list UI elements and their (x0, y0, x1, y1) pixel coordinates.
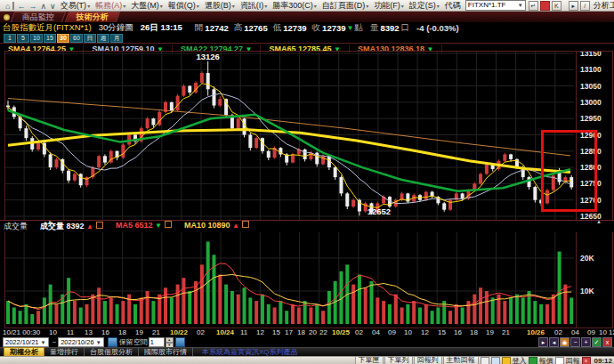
analysis-tools-menu[interactable]: 分析工具(L)▾ (591, 0, 614, 12)
symbol-name[interactable]: 台股指數近月(FITXN*1) (3, 22, 92, 34)
lock-icon[interactable] (502, 357, 511, 364)
prev-icon[interactable]: ◂ (549, 337, 559, 347)
legend-checkbox[interactable] (242, 221, 249, 228)
drawn-highlight-box[interactable] (541, 130, 597, 212)
report-label[interactable]: 回報 (566, 356, 580, 364)
timeframe-button-5[interactable]: 5 (17, 34, 29, 43)
timeframe-button-15[interactable]: 15 (44, 34, 56, 43)
pane-resize-marker[interactable]: ▲ (596, 219, 602, 224)
candle (24, 128, 28, 138)
menu-item[interactable]: 選股(B)▾ (202, 0, 238, 12)
home-icon[interactable]: ⌂ (4, 2, 11, 10)
page-tab-bar: 商品監控技術分析 (0, 12, 614, 22)
volume-bar (515, 295, 519, 324)
statusbar-button-下單匣[interactable]: 下單匣 (355, 356, 384, 364)
menu-item[interactable]: 功能(F)▾ (371, 0, 407, 12)
window-icon[interactable] (491, 357, 500, 364)
timeframe-button-週[interactable]: 週 (97, 34, 109, 43)
back-icon[interactable]: ← (16, 2, 26, 10)
timeframe-button-10[interactable]: 10 (30, 34, 43, 43)
login-label[interactable]: 登入 (513, 356, 527, 364)
timeframe-button-日[interactable]: 日 (84, 34, 96, 43)
time-tick: 10/25 (332, 328, 350, 336)
volume-bar (254, 301, 258, 324)
collapse-icon[interactable]: ∧ (39, 2, 47, 10)
volume-bar (436, 308, 440, 325)
timeframe-button-60[interactable]: 60 (70, 34, 83, 43)
time-tick: 21 (152, 328, 160, 336)
spinner-control[interactable]: ▲▼ (166, 337, 174, 348)
volume-bar (388, 304, 392, 324)
volume-bar (182, 278, 185, 324)
menu-item[interactable]: 勝率300(C)▾ (270, 0, 319, 12)
volume-bar (97, 287, 101, 324)
k-chart-button[interactable]: K (552, 1, 561, 11)
menu-item[interactable]: 自訂頁面(D)▾ (319, 0, 372, 12)
price-axis-label: 12950 (580, 114, 602, 123)
target-icon[interactable]: ◉ (560, 337, 570, 347)
zoom-in-icon[interactable]: + (581, 337, 591, 347)
zoom-out-icon[interactable]: − (570, 337, 580, 347)
volume-bar (351, 285, 355, 324)
menu-item[interactable]: 設定(S)▾ (407, 0, 442, 12)
volume-bar (103, 301, 107, 324)
menu-item[interactable]: 大盤(M)▾ (128, 0, 166, 12)
cursor-icon[interactable]: ▸ (569, 1, 578, 11)
statusbar-button-回報列[interactable]: 回報列 (414, 356, 442, 364)
login-icon[interactable] (529, 357, 537, 364)
snapshot-button[interactable] (540, 1, 550, 11)
timeframe-button-月[interactable]: 月 (110, 34, 123, 43)
volume-bar (273, 308, 277, 325)
volume-bar (212, 255, 215, 324)
expand-icon[interactable]: ∨ (49, 2, 57, 10)
candle (533, 187, 537, 200)
menu-item[interactable]: 資訊(I)▾ (238, 0, 271, 12)
volume-bar (279, 301, 282, 324)
pencil-icon[interactable]: / (580, 1, 590, 11)
tab-技術分析[interactable]: 技術分析 (65, 12, 120, 22)
menu-item[interactable]: 交易(T)▾ (58, 0, 93, 12)
refresh-icon[interactable] (4, 14, 10, 20)
close-icon[interactable]: x (582, 357, 591, 364)
volume-bar (116, 304, 119, 324)
volume-bar (448, 311, 452, 324)
legend-checkbox[interactable] (96, 222, 103, 229)
timeframe-button-1[interactable]: 1 (4, 34, 16, 43)
tab-商品監控[interactable]: 商品監控 (11, 12, 66, 22)
pane-title: 成交量 (4, 221, 28, 232)
candle (334, 167, 337, 177)
calendar-icon[interactable] (108, 337, 117, 347)
folder-icon[interactable] (12, 2, 14, 10)
timeframe-button-30[interactable]: 30 (57, 34, 69, 43)
candle (170, 102, 174, 110)
volume-bar (539, 304, 543, 324)
statusbar-button-下單列[interactable]: 下單列 (384, 356, 413, 364)
play-icon[interactable]: ▸ (538, 337, 548, 347)
menu-item[interactable]: 報價(Q)▾ (166, 0, 202, 12)
candle (461, 193, 465, 198)
pane-resize-marker[interactable]: ▲ (47, 219, 53, 224)
printer-icon[interactable] (481, 357, 489, 364)
status-bar: 下單匣下單列回報列主動回報 登入 報價 回報 x 09:12 (0, 356, 614, 364)
close-unit: 點 (354, 22, 363, 34)
volume-chart[interactable]: 20K10K (4, 232, 613, 328)
price-chart[interactable]: 1315013100130501300012950129001285012800… (4, 51, 613, 222)
apply-icon[interactable] (175, 337, 185, 347)
cancel-icon[interactable]: x (602, 337, 612, 347)
quote-checkbox[interactable] (555, 357, 564, 364)
candle (151, 118, 155, 125)
reserve-space-input[interactable]: 1 (149, 337, 165, 347)
statusbar-button-主動回報[interactable]: 主動回報 (443, 356, 479, 364)
date-to-select[interactable]: 2022/10/26▼ (58, 337, 104, 347)
volume-bar (200, 264, 204, 324)
volume-bar (400, 308, 404, 325)
menu-item[interactable]: 帳務(A)▾ (93, 0, 128, 12)
forward-icon[interactable]: → (28, 2, 37, 10)
date-from-select[interactable]: 2022/10/21▼ (3, 337, 49, 347)
symbol-code-input[interactable]: FITXN*1.TF▼ (465, 0, 526, 11)
enter-button[interactable]: ↵ (529, 1, 538, 11)
confirm-icon[interactable]: ✓ (592, 337, 602, 347)
quote-toggle-label[interactable]: 報價 (539, 356, 553, 364)
volume-bar (321, 311, 325, 324)
legend-checkbox[interactable] (165, 221, 172, 228)
